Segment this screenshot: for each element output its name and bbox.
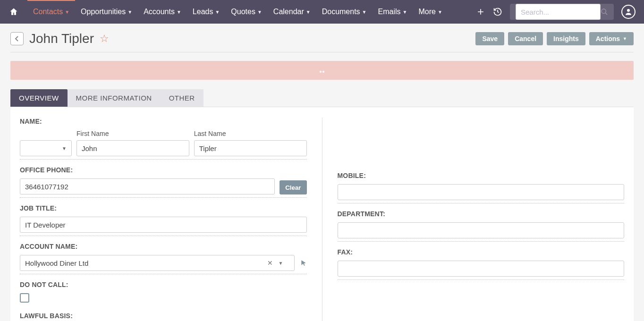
nav-label: Opportunities <box>81 8 126 16</box>
tab-overview[interactable]: OVERVIEW <box>10 89 68 107</box>
back-button[interactable] <box>10 32 24 45</box>
favorite-star-icon[interactable]: ☆ <box>100 33 109 45</box>
svg-line-1 <box>605 13 607 15</box>
label-department: DEPARTMENT: <box>338 210 625 218</box>
cancel-button[interactable]: Cancel <box>508 32 543 45</box>
field-department: DEPARTMENT: <box>338 210 625 242</box>
label-last-name: Last Name <box>194 130 307 137</box>
home-icon[interactable] <box>8 7 19 17</box>
actions-button[interactable]: Actions ▼ <box>589 32 634 45</box>
label-first-name: First Name <box>76 130 189 137</box>
account-name-input[interactable] <box>20 255 295 271</box>
nav-label: Accounts <box>144 8 175 16</box>
nav-quotes[interactable]: Quotes ▼ <box>225 0 268 24</box>
nav-accounts[interactable]: Accounts ▼ <box>138 0 187 24</box>
page-title: John Tipler <box>29 31 94 46</box>
label-fax: FAX: <box>338 248 625 256</box>
chevron-down-icon: ▼ <box>62 146 67 151</box>
salutation-select[interactable]: ▼ <box>20 140 72 156</box>
chevron-down-icon[interactable]: ▼ <box>279 261 283 266</box>
nav-items: Contacts ▼ Opportunities ▼ Accounts ▼ Le… <box>27 0 448 24</box>
field-lawful-basis: LAWFUL BASIS: <box>20 312 307 320</box>
nav-emails[interactable]: Emails ▼ <box>373 0 413 24</box>
label-mobile: MOBILE: <box>338 172 625 179</box>
label-do-not-call: DO NOT CALL: <box>20 281 307 288</box>
header-buttons: Save Cancel Insights Actions ▼ <box>475 32 634 45</box>
chevron-down-icon: ▼ <box>403 9 407 15</box>
nav-label: Documents <box>322 8 360 16</box>
nav-calendar[interactable]: Calendar ▼ <box>268 0 316 24</box>
page-header: John Tipler ☆ Save Cancel Insights Actio… <box>10 31 634 46</box>
field-name: NAME: ▼ First Name Last Name <box>20 118 307 160</box>
chevron-down-icon: ▼ <box>65 9 69 15</box>
tab-other[interactable]: OTHER <box>161 89 203 107</box>
field-job-title: JOB TITLE: <box>20 204 307 236</box>
svg-point-2 <box>627 9 630 12</box>
chevron-down-icon: ▼ <box>177 9 181 15</box>
do-not-call-checkbox[interactable] <box>20 293 29 303</box>
chevron-down-icon: ▼ <box>438 9 442 15</box>
label-lawful-basis: LAWFUL BASIS: <box>20 312 307 320</box>
save-button[interactable]: Save <box>475 32 504 45</box>
nav-documents[interactable]: Documents ▼ <box>316 0 373 24</box>
field-account-name: ACCOUNT NAME: ✕ ▼ <box>20 243 307 274</box>
chevron-down-icon: ▼ <box>257 9 262 15</box>
label-job-title: JOB TITLE: <box>20 204 307 212</box>
chevron-down-icon: ▼ <box>215 9 220 15</box>
clear-icon[interactable]: ✕ <box>267 259 273 267</box>
nav-label: Leads <box>193 8 213 16</box>
nav-label: Quotes <box>231 8 255 16</box>
history-icon[interactable] <box>493 7 502 17</box>
loading-bar <box>10 61 634 80</box>
office-phone-input[interactable] <box>20 178 275 194</box>
field-fax: FAX: <box>338 248 625 280</box>
nav-label: Contacts <box>33 8 63 16</box>
field-office-phone: OFFICE PHONE: Clear <box>20 166 307 198</box>
nav-label: Calendar <box>273 8 304 16</box>
chevron-down-icon: ▼ <box>127 9 132 15</box>
field-mobile: MOBILE: <box>338 172 625 203</box>
form-panel: NAME: ▼ First Name Last Name <box>10 107 634 321</box>
last-name-input[interactable] <box>194 140 307 156</box>
tabs: OVERVIEW MORE INFORMATION OTHER <box>10 89 634 107</box>
loading-dots-icon <box>319 66 325 75</box>
chevron-down-icon: ▼ <box>306 9 311 15</box>
chevron-down-icon: ▼ <box>362 9 367 15</box>
page: John Tipler ☆ Save Cancel Insights Actio… <box>0 24 644 321</box>
search-input[interactable] <box>516 4 601 20</box>
nav-opportunities[interactable]: Opportunities ▼ <box>75 0 138 24</box>
topnav: Contacts ▼ Opportunities ▼ Accounts ▼ Le… <box>0 0 644 24</box>
nav-contacts[interactable]: Contacts ▼ <box>27 0 75 24</box>
department-input[interactable] <box>338 222 625 238</box>
first-name-input[interactable] <box>76 140 189 156</box>
label-office-phone: OFFICE PHONE: <box>20 166 307 174</box>
add-icon[interactable] <box>476 7 485 17</box>
nav-label: More <box>418 8 435 16</box>
user-avatar[interactable] <box>621 5 636 19</box>
select-icon[interactable] <box>300 259 307 267</box>
field-do-not-call: DO NOT CALL: <box>20 281 307 303</box>
nav-actions <box>476 4 636 20</box>
label-account-name: ACCOUNT NAME: <box>20 243 307 250</box>
form-col-right: MOBILE: DEPARTMENT: FAX: MY MULTI ENUM: <box>322 118 625 321</box>
insights-button[interactable]: Insights <box>547 32 585 45</box>
clear-phone-button[interactable]: Clear <box>280 180 306 194</box>
nav-leads[interactable]: Leads ▼ <box>187 0 226 24</box>
search-box[interactable] <box>510 4 614 20</box>
nav-label: Emails <box>378 8 401 16</box>
chevron-down-icon: ▼ <box>623 36 627 41</box>
svg-point-0 <box>602 9 606 13</box>
search-icon[interactable] <box>601 8 608 16</box>
mobile-input[interactable] <box>338 184 625 200</box>
fax-input[interactable] <box>338 261 625 277</box>
form-col-left: NAME: ▼ First Name Last Name <box>20 118 322 321</box>
label-name: NAME: <box>20 118 307 125</box>
job-title-input[interactable] <box>20 217 307 233</box>
nav-more[interactable]: More ▼ <box>413 0 448 24</box>
tab-more-information[interactable]: MORE INFORMATION <box>68 89 161 107</box>
